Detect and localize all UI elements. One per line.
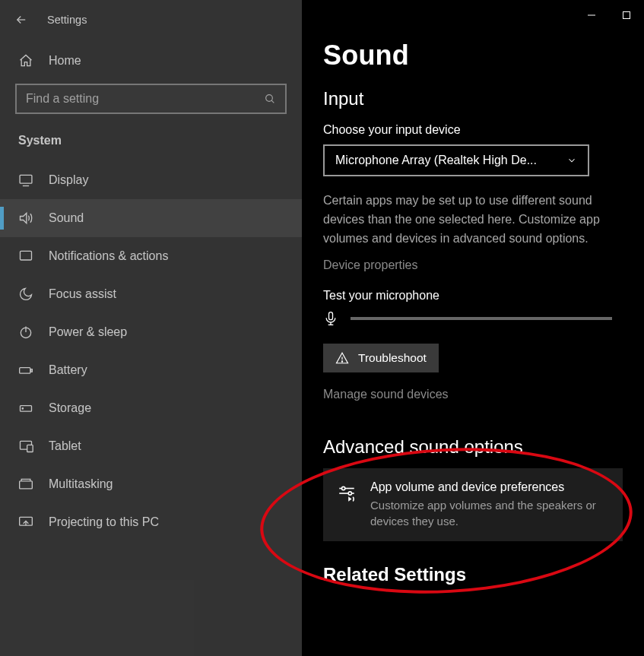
- microphone-icon: [323, 310, 338, 327]
- settings-window: Settings Home System Display: [0, 0, 644, 656]
- svg-rect-19: [329, 312, 333, 320]
- sidebar-item-battery[interactable]: Battery: [0, 351, 302, 389]
- svg-point-23: [341, 361, 342, 362]
- sidebar-item-sound[interactable]: Sound: [0, 199, 302, 237]
- sidebar-item-tablet[interactable]: Tablet: [0, 427, 302, 465]
- manage-sound-devices-link[interactable]: Manage sound devices: [323, 388, 449, 401]
- multitasking-icon: [18, 477, 33, 492]
- power-icon: [18, 325, 33, 340]
- back-button[interactable]: [14, 12, 29, 27]
- sidebar-item-multitasking[interactable]: Multitasking: [0, 465, 302, 503]
- storage-icon: [18, 401, 33, 416]
- input-device-dropdown[interactable]: Microphone Array (Realtek High De...: [323, 144, 589, 176]
- input-helper-text: Certain apps may be set up to use differ…: [323, 192, 621, 248]
- battery-icon: [18, 363, 33, 378]
- svg-rect-8: [20, 368, 30, 374]
- search-icon: [264, 93, 276, 105]
- sidebar-item-label: Tablet: [49, 439, 81, 453]
- category-label: System: [0, 128, 302, 161]
- notifications-icon: [18, 249, 33, 264]
- arrow-left-icon: [14, 13, 28, 27]
- app-title: Settings: [47, 14, 87, 26]
- svg-point-11: [22, 408, 23, 409]
- sidebar-item-focus-assist[interactable]: Focus assist: [0, 275, 302, 313]
- advanced-heading: Advanced sound options: [323, 436, 623, 458]
- search-input[interactable]: [26, 92, 251, 106]
- sidebar-item-power[interactable]: Power & sleep: [0, 313, 302, 351]
- sidebar-item-label: Multitasking: [49, 477, 113, 491]
- sidebar: Settings Home System Display: [0, 0, 302, 656]
- search-box[interactable]: [15, 84, 287, 114]
- related-heading: Related Settings: [323, 564, 623, 585]
- sidebar-item-label: Storage: [49, 401, 91, 415]
- app-volume-preferences-card[interactable]: App volume and device preferences Custom…: [323, 468, 623, 541]
- sidebar-item-label: Power & sleep: [49, 325, 127, 339]
- test-mic-label: Test your microphone: [323, 289, 623, 303]
- display-icon: [18, 173, 33, 188]
- focus-assist-icon: [18, 287, 33, 302]
- maximize-icon: [622, 11, 631, 20]
- sliders-icon: [337, 480, 357, 529]
- page-title: Sound: [323, 40, 623, 71]
- svg-rect-9: [31, 369, 33, 372]
- window-controls: [574, 3, 644, 27]
- sidebar-item-label: Notifications & actions: [49, 249, 168, 263]
- svg-rect-5: [21, 251, 32, 260]
- device-properties-link[interactable]: Device properties: [323, 258, 418, 272]
- svg-rect-14: [20, 481, 33, 489]
- svg-rect-13: [27, 445, 33, 452]
- sidebar-item-projecting[interactable]: Projecting to this PC: [0, 503, 302, 541]
- svg-rect-2: [20, 175, 32, 183]
- card-subtitle: Customize app volumes and the speakers o…: [370, 497, 609, 529]
- troubleshoot-label: Troubleshoot: [358, 351, 427, 365]
- input-heading: Input: [323, 88, 623, 109]
- sound-icon: [18, 211, 33, 226]
- chevron-down-icon: [566, 155, 577, 166]
- svg-line-1: [271, 100, 274, 103]
- minimize-icon: [587, 11, 596, 20]
- sidebar-item-display[interactable]: Display: [0, 161, 302, 199]
- svg-point-25: [342, 487, 345, 490]
- card-text: App volume and device preferences Custom…: [370, 480, 609, 529]
- troubleshoot-button[interactable]: Troubleshoot: [323, 344, 439, 372]
- home-icon: [18, 53, 33, 68]
- svg-marker-28: [348, 497, 351, 502]
- svg-rect-18: [623, 12, 630, 19]
- svg-point-0: [266, 95, 273, 102]
- home-label: Home: [49, 54, 81, 68]
- mic-test-row: [323, 310, 612, 327]
- projecting-icon: [18, 515, 33, 530]
- tablet-icon: [18, 439, 33, 454]
- choose-input-label: Choose your input device: [323, 123, 623, 137]
- nav-list: Display Sound Notifications & actions: [0, 161, 302, 541]
- home-nav[interactable]: Home: [0, 43, 302, 79]
- titlebar-left: Settings: [0, 9, 302, 43]
- content-pane: Sound Input Choose your input device Mic…: [302, 0, 644, 656]
- svg-point-27: [348, 492, 351, 495]
- sidebar-item-notifications[interactable]: Notifications & actions: [0, 237, 302, 275]
- input-device-selected: Microphone Array (Realtek High De...: [335, 154, 537, 167]
- sidebar-item-label: Sound: [49, 211, 84, 225]
- sidebar-item-storage[interactable]: Storage: [0, 389, 302, 427]
- sidebar-item-label: Display: [49, 173, 88, 187]
- sidebar-item-label: Battery: [49, 363, 87, 377]
- warning-icon: [335, 351, 349, 365]
- sidebar-item-label: Projecting to this PC: [49, 515, 159, 529]
- svg-marker-4: [21, 213, 27, 223]
- search-wrap: [0, 79, 302, 128]
- sidebar-item-label: Focus assist: [49, 287, 116, 301]
- card-title: App volume and device preferences: [370, 480, 609, 494]
- mic-level-bar: [351, 317, 612, 320]
- minimize-button[interactable]: [574, 3, 609, 27]
- maximize-button[interactable]: [609, 3, 644, 27]
